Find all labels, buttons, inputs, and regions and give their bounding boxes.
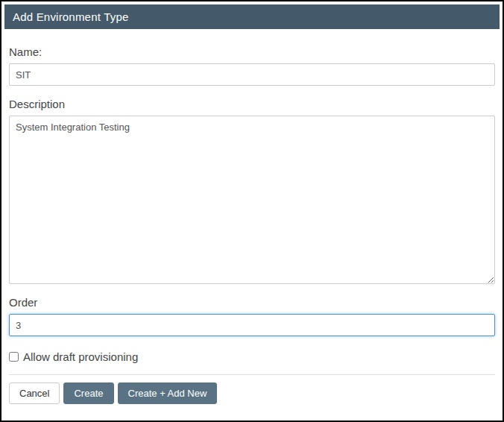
cancel-button[interactable]: Cancel (9, 382, 60, 404)
create-button[interactable]: Create (63, 382, 113, 404)
description-textarea[interactable]: System Integration Testing (9, 116, 495, 284)
allow-draft-provisioning-label: Allow draft provisioning (23, 350, 138, 363)
dialog-outer-frame: Add Environment Type Name: Description S… (0, 0, 504, 422)
create-add-new-button[interactable]: Create + Add New (118, 382, 218, 404)
dialog-header: Add Environment Type (4, 4, 500, 29)
dialog-title: Add Environment Type (13, 10, 128, 23)
description-label: Description (9, 98, 495, 110)
name-label: Name: (9, 45, 495, 58)
dialog-footer: Cancel Create Create + Add New (9, 374, 495, 404)
allow-draft-provisioning-row: Allow draft provisioning (9, 350, 495, 363)
allow-draft-provisioning-checkbox[interactable] (9, 352, 19, 362)
dialog-body: Name: Description System Integration Tes… (4, 29, 500, 363)
order-input[interactable] (9, 314, 495, 336)
name-input[interactable] (9, 63, 495, 86)
order-label: Order (9, 296, 495, 309)
add-environment-type-dialog: Add Environment Type Name: Description S… (4, 4, 500, 404)
